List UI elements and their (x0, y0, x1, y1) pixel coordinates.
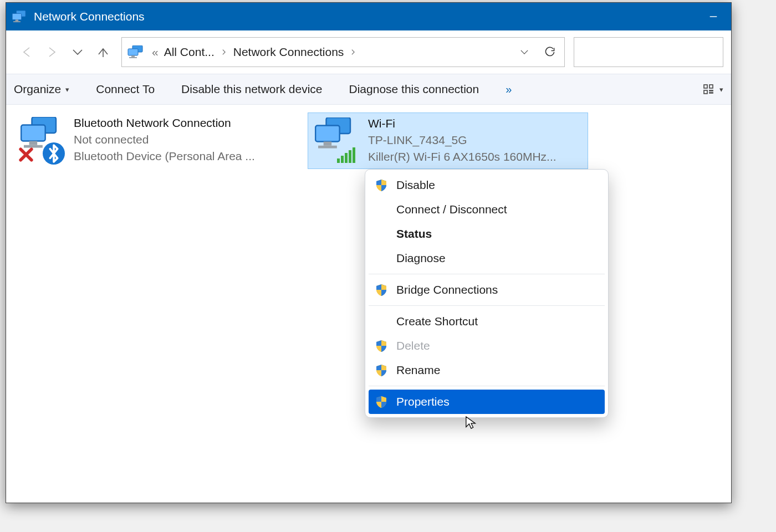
disable-device-label: Disable this network device (181, 83, 322, 96)
menu-item-label: Create Shortcut (396, 315, 478, 328)
shield-icon (374, 363, 389, 377)
menu-item-delete: Delete (369, 334, 605, 358)
signal-bars-icon (337, 147, 359, 164)
svg-rect-14 (353, 147, 355, 163)
menu-item-label: Status (396, 227, 432, 241)
menu-item-label: Properties (396, 395, 450, 408)
menu-item-label: Disable (396, 178, 435, 192)
recent-locations-button[interactable] (65, 39, 90, 65)
toolbar-overflow-button[interactable]: » (506, 83, 512, 96)
breadcrumb-separator-icon (347, 45, 359, 59)
caret-down-icon: ▾ (719, 85, 723, 94)
svg-rect-12 (345, 153, 348, 163)
refresh-button[interactable] (539, 46, 561, 58)
connection-icon (312, 116, 360, 165)
menu-item-properties[interactable]: Properties (369, 390, 605, 414)
address-icon (127, 45, 144, 59)
diagnose-label: Diagnose this connection (349, 83, 479, 96)
connection-device: Bluetooth Device (Personal Area ... (74, 148, 255, 165)
connections-list: Bluetooth Network Connection Not connect… (6, 105, 731, 503)
connection-name: Bluetooth Network Connection (74, 115, 255, 131)
connection-status: TP-LINK_7434_5G (368, 132, 557, 149)
disable-device-button[interactable]: Disable this network device (181, 83, 322, 96)
window-title: Network Connections (34, 10, 145, 23)
connect-to-button[interactable]: Connect To (96, 83, 155, 96)
context-menu: Disable Connect / Disconnect Status Diag… (365, 169, 609, 418)
menu-item-disable[interactable]: Disable (369, 173, 605, 197)
network-connections-window: Network Connections « All Cont... Networ… (6, 2, 732, 503)
blank-icon (374, 314, 389, 329)
menu-item-label: Diagnose (396, 252, 446, 265)
breadcrumb-root[interactable]: All Cont... (164, 45, 215, 59)
address-bar[interactable]: « All Cont... Network Connections (121, 37, 565, 67)
search-box[interactable] (574, 37, 723, 67)
shield-icon (374, 339, 389, 353)
menu-separator (369, 305, 605, 306)
menu-item-rename[interactable]: Rename (369, 358, 605, 382)
connection-item-bluetooth[interactable]: Bluetooth Network Connection Not connect… (14, 112, 294, 168)
overflow-icon: » (506, 83, 512, 96)
mouse-cursor-icon (465, 415, 477, 431)
menu-item-connect-disconnect[interactable]: Connect / Disconnect (369, 197, 605, 222)
menu-separator (369, 386, 605, 386)
menu-item-diagnose[interactable]: Diagnose (369, 246, 605, 270)
breadcrumb-separator-icon (218, 45, 230, 59)
menu-item-label: Delete (396, 339, 430, 352)
svg-rect-11 (341, 156, 344, 163)
address-dropdown-button[interactable] (513, 47, 535, 58)
blank-icon (374, 227, 389, 241)
shield-icon (374, 283, 389, 297)
connect-to-label: Connect To (96, 83, 155, 96)
diagnose-connection-button[interactable]: Diagnose this connection (349, 83, 479, 96)
up-button[interactable] (90, 39, 116, 65)
back-button[interactable] (14, 39, 39, 65)
navigation-bar: « All Cont... Network Connections (6, 30, 731, 74)
shield-icon (374, 178, 389, 192)
view-options-button[interactable]: ▾ (703, 83, 723, 95)
connection-item-wifi[interactable]: Wi-Fi TP-LINK_7434_5G Killer(R) Wi-Fi 6 … (308, 112, 588, 169)
breadcrumb-overflow[interactable]: « (150, 45, 161, 59)
menu-item-create-shortcut[interactable]: Create Shortcut (369, 309, 605, 334)
blank-icon (374, 202, 389, 217)
forward-button[interactable] (39, 39, 65, 65)
caret-down-icon: ▾ (65, 85, 69, 94)
svg-rect-10 (337, 158, 340, 163)
menu-item-label: Bridge Connections (396, 283, 498, 296)
breadcrumb-current[interactable]: Network Connections (233, 45, 344, 59)
connection-device: Killer(R) Wi-Fi 6 AX1650s 160MHz... (368, 149, 557, 165)
blank-icon (374, 251, 389, 265)
command-bar: Organize ▾ Connect To Disable this netwo… (6, 74, 731, 105)
minimize-button[interactable] (700, 3, 727, 30)
menu-item-label: Connect / Disconnect (396, 203, 507, 216)
connection-name: Wi-Fi (368, 115, 557, 132)
shield-icon (374, 395, 389, 409)
app-icon (12, 11, 27, 23)
organize-menu[interactable]: Organize ▾ (14, 83, 69, 96)
menu-item-status[interactable]: Status (369, 222, 605, 246)
menu-separator (369, 274, 605, 274)
menu-item-label: Rename (396, 364, 440, 377)
svg-rect-13 (349, 150, 351, 163)
menu-item-bridge-connections[interactable]: Bridge Connections (369, 278, 605, 302)
title-bar[interactable]: Network Connections (6, 3, 731, 30)
connection-status: Not connected (74, 131, 255, 148)
connection-icon (17, 116, 66, 165)
organize-label: Organize (14, 83, 61, 96)
